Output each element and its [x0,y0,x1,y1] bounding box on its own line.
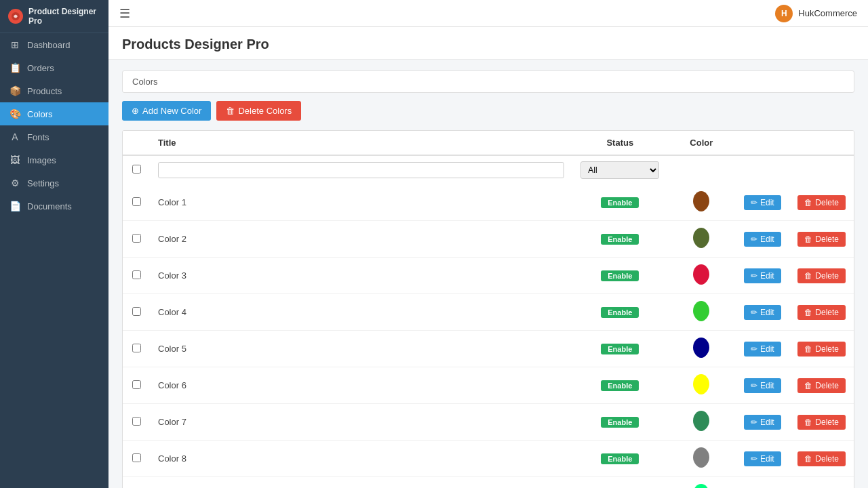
sidebar-item-products[interactable]: 📦Products [0,79,108,102]
sidebar-label-dashboard: Dashboard [27,40,71,50]
row-color-cell [667,258,735,294]
row-delete-cell: 🗑 Delete [789,184,854,221]
orders-icon: 📋 [9,62,20,73]
sidebar-nav: ⊞Dashboard📋Orders📦Products🎨ColorsAFonts🖼… [0,33,108,218]
filter-status-cell: All [572,155,667,184]
toolbar: ⊕ Add New Color 🗑 Delete Colors [122,101,854,121]
row-title-cell: Color 6 [150,367,572,404]
delete-button[interactable]: 🗑 Delete [797,195,846,210]
edit-button[interactable]: ✏ Edit [744,195,781,210]
page-header: Products Designer Pro [108,27,868,60]
sidebar-item-settings[interactable]: ⚙Settings [0,171,108,195]
delete-button[interactable]: 🗑 Delete [797,342,846,357]
delete-button[interactable]: 🗑 Delete [797,305,846,320]
row-check-cell [123,367,150,404]
status-filter-select[interactable]: All [580,161,659,179]
add-color-button[interactable]: ⊕ Add New Color [122,101,211,121]
sidebar: Product Designer Pro ⊞Dashboard📋Orders📦P… [0,0,108,488]
row-edit-cell: ✏ Edit [735,441,789,477]
page-title: Products Designer Pro [122,37,854,52]
status-badge: Enable [601,453,639,464]
pencil-icon: ✏ [751,454,757,464]
sidebar-label-products: Products [27,86,62,96]
row-color-cell [667,331,735,367]
breadcrumb: Colors [122,70,854,93]
edit-button[interactable]: ✏ Edit [744,415,781,430]
sidebar-item-dashboard[interactable]: ⊞Dashboard [0,33,108,56]
trash-icon: 🗑 [226,106,235,116]
col-header-delete [789,131,854,155]
sidebar-item-colors[interactable]: 🎨Colors [0,102,108,125]
colors-icon: 🎨 [9,108,20,119]
filter-title-cell [150,155,572,184]
col-header-title: Title [150,131,572,155]
products-icon: 📦 [9,85,20,96]
row-title-cell: Color 1 [150,184,572,221]
pencil-icon: ✏ [751,308,757,317]
trash-icon: 🗑 [804,308,812,317]
dashboard-icon: ⊞ [9,39,20,50]
row-check-cell [123,404,150,441]
filter-delete-cell [789,155,854,184]
row-checkbox[interactable] [132,453,141,462]
row-checkbox[interactable] [132,270,141,279]
edit-button[interactable]: ✏ Edit [744,451,781,466]
edit-button[interactable]: ✏ Edit [744,342,781,357]
sidebar-item-documents[interactable]: 📄Documents [0,195,108,218]
delete-button[interactable]: 🗑 Delete [797,268,846,283]
col-header-color: Color [667,131,735,155]
pencil-icon: ✏ [751,418,757,427]
delete-button[interactable]: 🗑 Delete [797,378,846,393]
sidebar-item-images[interactable]: 🖼Images [0,148,108,171]
table-row: Color 4 Enable ✏ Edit 🗑 Delete [123,294,854,331]
row-checkbox[interactable] [132,417,141,426]
row-edit-cell: ✏ Edit [735,404,789,441]
row-check-cell [123,441,150,477]
trash-icon: 🗑 [804,381,812,390]
title-filter-input[interactable] [158,162,564,178]
row-color-cell [667,441,735,477]
filter-color-cell [667,155,735,184]
colors-table-wrapper: Title Status Color [122,130,854,488]
edit-button[interactable]: ✏ Edit [744,268,781,283]
sidebar-item-orders[interactable]: 📋Orders [0,56,108,79]
row-edit-cell: ✏ Edit [735,477,789,489]
hamburger-icon[interactable]: ☰ [119,6,130,21]
row-checkbox[interactable] [132,234,141,243]
row-checkbox[interactable] [132,307,141,316]
row-color-cell [667,477,735,489]
row-delete-cell: 🗑 Delete [789,404,854,441]
row-delete-cell: 🗑 Delete [789,477,854,489]
table-row: Color 7 Enable ✏ Edit 🗑 Delete [123,404,854,441]
select-all-checkbox[interactable] [132,165,141,174]
delete-button[interactable]: 🗑 Delete [797,451,846,466]
trash-icon: 🗑 [804,418,812,427]
trash-icon: 🗑 [804,454,812,464]
col-header-check [123,131,150,155]
row-checkbox[interactable] [132,197,141,206]
trash-icon: 🗑 [804,271,812,281]
row-title-cell: Color 4 [150,294,572,331]
status-badge: Enable [601,234,639,245]
row-edit-cell: ✏ Edit [735,294,789,331]
sidebar-label-fonts: Fonts [27,132,50,142]
delete-button[interactable]: 🗑 Delete [797,232,846,247]
row-checkbox[interactable] [132,344,141,352]
status-badge: Enable [601,380,639,391]
table-row: Color 1 Enable ✏ Edit 🗑 Delete [123,184,854,221]
edit-button[interactable]: ✏ Edit [744,232,781,247]
edit-button[interactable]: ✏ Edit [744,305,781,320]
delete-colors-button[interactable]: 🗑 Delete Colors [216,101,301,121]
row-title-cell: Color 9 [150,477,572,489]
sidebar-item-fonts[interactable]: AFonts [0,125,108,148]
filter-check-cell [123,155,150,184]
table-row: Color 9 Enable ✏ Edit 🗑 Delete [123,477,854,489]
edit-button[interactable]: ✏ Edit [744,378,781,393]
row-color-cell [667,367,735,404]
table-header-row: Title Status Color [123,131,854,155]
status-badge: Enable [601,307,639,318]
delete-button[interactable]: 🗑 Delete [797,415,846,430]
row-edit-cell: ✏ Edit [735,258,789,294]
row-title-cell: Color 7 [150,404,572,441]
row-checkbox[interactable] [132,380,141,389]
